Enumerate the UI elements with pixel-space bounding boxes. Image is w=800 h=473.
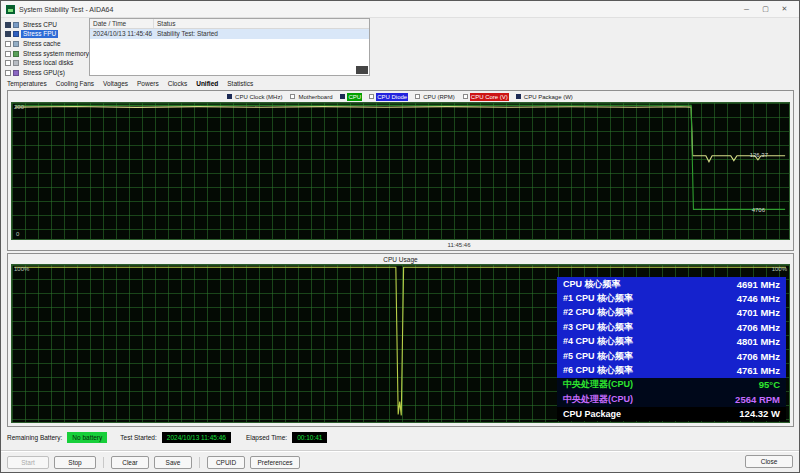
close-button[interactable]: Close	[745, 455, 793, 468]
stress-disks-checkbox[interactable]	[5, 60, 11, 66]
stress-row-fpu[interactable]: Stress FPU	[5, 30, 89, 40]
legend-cpu-core-voltage[interactable]: CPU Core (V)	[463, 93, 509, 101]
stress-cpu-label: Stress CPU	[21, 21, 59, 29]
unified-graph-plot: 200 0 126.37 4706	[11, 102, 790, 240]
cache-icon	[13, 41, 19, 47]
stat-row-cpu-fan: 中央处理器(CPU) 2564 RPM	[557, 392, 786, 406]
chart-legend: CPU Clock (MHz) Motherboard CPU CPU Diod…	[8, 91, 793, 102]
button-divider	[199, 457, 200, 468]
cpu-usage-title-strip: CPU Usage	[8, 254, 793, 264]
usage-left-100-label: 100%	[14, 266, 29, 273]
stress-row-cpu[interactable]: Stress CPU	[5, 20, 89, 30]
stress-row-memory[interactable]: Stress system memory	[5, 49, 89, 59]
legend-cpu-package-label: CPU Package (W)	[523, 93, 574, 101]
stat-value: 4801 MHz	[737, 336, 780, 347]
tab-clocks[interactable]: Clocks	[168, 80, 188, 87]
title-bar: System Stability Test - AIDA64 ─ ▢ ✕	[1, 1, 799, 18]
tab-cooling-fans[interactable]: Cooling Fans	[56, 80, 94, 87]
battery-status-badge: No battery	[67, 432, 107, 443]
stat-label: #4 CPU 核心频率	[563, 335, 633, 348]
column-status[interactable]: Status	[154, 19, 178, 28]
memory-icon	[13, 51, 19, 57]
legend-cpu-clock-checkbox[interactable]	[227, 94, 232, 99]
stress-disks-label: Stress local disks	[21, 59, 75, 67]
battery-label: Remaining Battery:	[7, 434, 62, 441]
stress-gpu-checkbox[interactable]	[5, 70, 11, 76]
stat-row-cpu-temperature: 中央处理器(CPU) 95°C	[557, 378, 786, 392]
y-axis-max-label: 200	[14, 104, 24, 111]
stat-label: CPU 核心频率	[563, 278, 621, 291]
minimize-button[interactable]: ─	[737, 3, 756, 16]
legend-motherboard-checkbox[interactable]	[290, 94, 295, 99]
stress-gpu-label: Stress GPU(s)	[21, 69, 67, 77]
cpu-clock-value-label: 4706	[752, 207, 765, 214]
cpu-usage-title: CPU Usage	[383, 256, 417, 263]
legend-cpu-core-voltage-checkbox[interactable]	[463, 94, 468, 99]
legend-motherboard-label: Motherboard	[297, 93, 333, 101]
legend-cpu-clock[interactable]: CPU Clock (MHz)	[227, 93, 283, 101]
stress-row-cache[interactable]: Stress cache	[5, 39, 89, 49]
usage-right-100-label: 100%	[772, 266, 787, 273]
stress-cpu-checkbox[interactable]	[5, 22, 11, 28]
cpuid-button[interactable]: CPUID	[207, 456, 245, 469]
stat-row-core6-clock: #6 CPU 核心频率 4761 MHz	[557, 363, 786, 377]
clear-button[interactable]: Clear	[111, 456, 149, 469]
stat-row-core5-clock: #5 CPU 核心频率 4706 MHz	[557, 349, 786, 363]
tab-voltages[interactable]: Voltages	[103, 80, 128, 87]
stability-test-window: System Stability Test - AIDA64 ─ ▢ ✕ Str…	[0, 0, 800, 473]
legend-cpu-package[interactable]: CPU Package (W)	[516, 93, 574, 101]
legend-cpu-package-checkbox[interactable]	[516, 94, 521, 99]
status-bar: Remaining Battery: No battery Test Start…	[7, 431, 327, 444]
sensor-stats-panel: CPU 核心频率 4691 MHz #1 CPU 核心频率 4746 MHz #…	[557, 277, 786, 421]
stress-row-disks[interactable]: Stress local disks	[5, 58, 89, 68]
start-button[interactable]: Start	[7, 456, 49, 469]
legend-cpu-diode[interactable]: CPU Diode	[369, 93, 408, 101]
cpu-usage-plot: 100% 100% CPU 核心频率 4691 MHz #1 CPU 核心频率 …	[11, 264, 790, 423]
close-window-button[interactable]: ✕	[775, 3, 794, 16]
tab-statistics[interactable]: Statistics	[227, 80, 253, 87]
event-log-table[interactable]: Date / Time Status 2024/10/13 11:45:46 S…	[89, 18, 370, 76]
legend-cpu-fan-checkbox[interactable]	[415, 94, 420, 99]
legend-cpu-temp[interactable]: CPU	[340, 93, 362, 101]
table-scroll-corner	[356, 66, 368, 74]
fpu-icon	[13, 31, 19, 37]
stat-label: #2 CPU 核心频率	[563, 306, 633, 319]
stat-value: 4691 MHz	[737, 279, 780, 290]
log-row[interactable]: 2024/10/13 11:45:46 Stability Test: Star…	[90, 29, 369, 39]
elapsed-time-badge: 00:10:41	[292, 432, 327, 443]
tab-temperatures[interactable]: Temperatures	[7, 80, 47, 87]
maximize-button[interactable]: ▢	[756, 3, 775, 16]
stat-value: 4701 MHz	[737, 307, 780, 318]
stat-label: 中央处理器(CPU)	[563, 378, 633, 391]
stress-fpu-checkbox[interactable]	[5, 31, 11, 37]
column-date-time[interactable]: Date / Time	[90, 19, 154, 28]
stat-value: 4761 MHz	[737, 365, 780, 376]
save-button[interactable]: Save	[154, 456, 192, 469]
app-icon	[6, 5, 15, 14]
legend-motherboard[interactable]: Motherboard	[290, 93, 333, 101]
test-started-badge: 2024/10/13 11:45:46	[162, 432, 231, 443]
stat-label: #1 CPU 核心频率	[563, 292, 633, 305]
tab-powers[interactable]: Powers	[137, 80, 159, 87]
cpu-icon	[13, 22, 19, 28]
stat-row-core1-clock: #1 CPU 核心频率 4746 MHz	[557, 291, 786, 305]
y-axis-min-label: 0	[16, 231, 19, 238]
stop-button[interactable]: Stop	[54, 456, 96, 469]
stress-row-gpu[interactable]: Stress GPU(s)	[5, 68, 89, 78]
preferences-button[interactable]: Preferences	[250, 456, 300, 469]
legend-cpu-temp-checkbox[interactable]	[340, 94, 345, 99]
legend-cpu-fan[interactable]: CPU (RPM)	[415, 93, 456, 101]
stat-row-core4-clock: #4 CPU 核心频率 4801 MHz	[557, 335, 786, 349]
log-datetime-cell: 2024/10/13 11:45:46	[90, 29, 154, 39]
legend-cpu-diode-checkbox[interactable]	[369, 94, 374, 99]
stress-memory-checkbox[interactable]	[5, 51, 11, 57]
legend-cpu-temp-label: CPU	[347, 93, 362, 101]
stat-label: #5 CPU 核心频率	[563, 350, 633, 363]
window-title: System Stability Test - AIDA64	[19, 6, 113, 13]
stat-label: #6 CPU 核心频率	[563, 364, 633, 377]
unified-sensor-chart: CPU Clock (MHz) Motherboard CPU CPU Diod…	[7, 90, 794, 251]
stat-value: 95°C	[759, 379, 780, 390]
stat-row-cpu-clock: CPU 核心频率 4691 MHz	[557, 277, 786, 291]
stress-cache-checkbox[interactable]	[5, 41, 11, 47]
tab-unified[interactable]: Unified	[196, 80, 218, 87]
